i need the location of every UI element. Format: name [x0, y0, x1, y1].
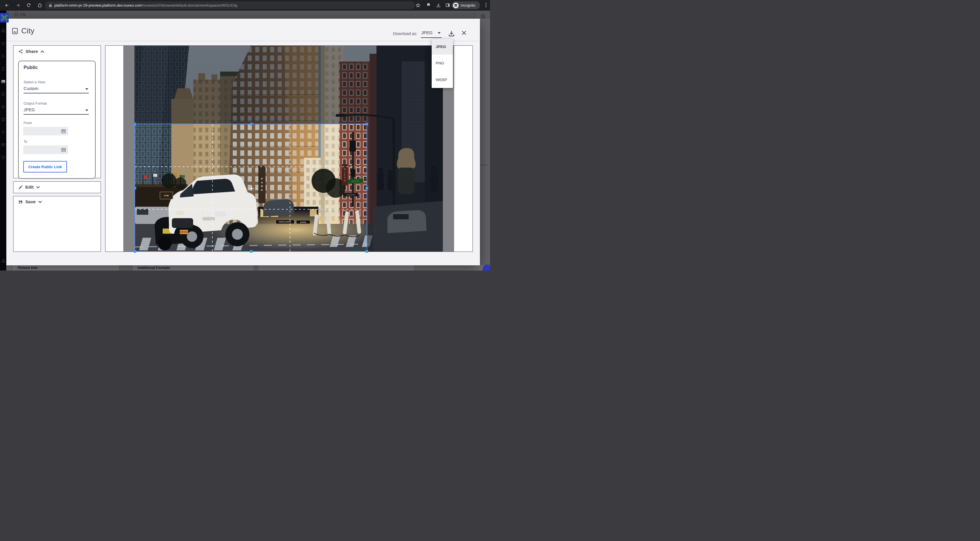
profile-person-icon[interactable] [1, 130, 5, 134]
share-header-label: Share [25, 49, 38, 54]
rule-of-thirds-line [290, 124, 290, 251]
lock-icon [49, 3, 52, 7]
incognito-label: Incognito [461, 3, 475, 8]
search-icon-sidebar[interactable] [1, 54, 5, 58]
select-view-value: Custom [24, 86, 38, 91]
recent-history-icon[interactable] [1, 41, 5, 46]
save-panel: Save [13, 196, 101, 252]
downloads-icon[interactable] [435, 2, 442, 9]
download-format-select[interactable]: JPEG [421, 30, 442, 38]
save-header-label: Save [25, 199, 36, 204]
output-format-label: Output Format [24, 102, 47, 105]
back-icon[interactable] [3, 2, 10, 9]
chevron-down-icon [438, 32, 441, 34]
search-icon-page [480, 14, 486, 21]
close-button[interactable] [461, 30, 467, 37]
url-text: platform-nmm-pr-29-preview.platform.dev.… [54, 3, 237, 8]
page-bottom-dimmed: Picture Info Additional Formats [6, 265, 490, 270]
tasks-hourglass-icon[interactable] [1, 67, 5, 71]
to-label: To [24, 140, 27, 144]
chevron-up-icon [41, 50, 44, 53]
image-title-icon [12, 28, 19, 34]
bookmark-star-icon[interactable] [414, 2, 421, 9]
crop-handle-n[interactable] [250, 123, 253, 125]
user-settings-gear-icon[interactable] [1, 270, 5, 270]
download-button[interactable] [448, 30, 455, 38]
output-format-dropdown[interactable]: JPEG [24, 107, 89, 115]
preview-modal: City Download as: JPEG JPEG PNG WEBP [6, 19, 480, 265]
edit-panel: Edit [13, 181, 101, 193]
chevron-down-icon [38, 200, 42, 203]
incognito-icon [453, 3, 459, 8]
modal-title: City [21, 27, 35, 35]
dimmed-field-underline [480, 165, 487, 165]
document-icon [14, 13, 18, 16]
breadcrumb: City [14, 12, 26, 16]
reload-icon[interactable] [25, 2, 32, 9]
home-icon[interactable] [36, 2, 43, 9]
modal-title-row: City [12, 27, 35, 35]
save-floppy-icon [18, 200, 23, 204]
app-sidebar [0, 11, 6, 270]
trash-icon-sidebar[interactable] [1, 155, 5, 159]
rule-of-thirds-line [212, 124, 213, 251]
browser-menu-kebab-icon[interactable] [482, 2, 489, 9]
save-section-header[interactable]: Save [14, 196, 100, 204]
menu-item-jpeg[interactable]: JPEG [432, 39, 453, 55]
crop-handle-sw[interactable] [134, 250, 136, 253]
output-format-value: JPEG [24, 107, 35, 112]
calendar-icon[interactable] [61, 148, 66, 153]
crop-handle-nw[interactable] [134, 123, 136, 125]
crop-handle-s[interactable] [250, 250, 253, 253]
extensions-puzzle-icon[interactable] [425, 2, 432, 9]
crop-selection-box[interactable] [135, 124, 367, 252]
additional-formats-heading: Additional Formats [137, 266, 170, 270]
forward-icon[interactable] [14, 2, 21, 9]
browser-toolbar: platform-nmm-pr-29-preview.platform.dev.… [0, 0, 490, 11]
chevron-down-icon [85, 110, 88, 111]
download-as-row: Download as: JPEG [393, 30, 467, 38]
rule-of-thirds-line [135, 209, 367, 210]
assets-image-icon[interactable] [1, 80, 5, 84]
download-format-menu: JPEG PNG WEBP [432, 39, 453, 88]
menu-item-png[interactable]: PNG [432, 55, 453, 71]
create-public-link-button[interactable]: Create Public Link [23, 161, 67, 172]
incognito-badge: Incognito [452, 2, 480, 9]
select-view-label: Select a View [24, 80, 45, 84]
calendar-icon[interactable] [61, 129, 66, 135]
checklist-doc-icon[interactable] [1, 92, 5, 96]
from-label: From [24, 121, 32, 125]
picture-info-heading: Picture Info [18, 266, 38, 270]
nuxeo-logo[interactable] [0, 13, 9, 22]
edit-section-header[interactable]: Edit [14, 182, 100, 190]
download-format-value: JPEG [421, 30, 433, 35]
crop-handle-ne[interactable] [366, 123, 368, 125]
share-section-header[interactable]: Share [14, 46, 100, 54]
id-card-icon[interactable] [1, 143, 5, 147]
select-view-dropdown[interactable]: Custom [24, 86, 89, 94]
share-icon [18, 49, 23, 54]
public-title: Public [24, 65, 38, 70]
crop-handle-se[interactable] [366, 250, 368, 253]
crop-center-crosshair [250, 186, 254, 191]
page-header-dimmed: City [0, 11, 490, 19]
pencil-icon [18, 185, 23, 189]
breadcrumb-title: City [20, 12, 26, 16]
address-bar[interactable]: platform-nmm-pr-29-preview.platform.dev.… [45, 2, 415, 9]
browse-tree-icon[interactable] [1, 29, 5, 33]
rule-of-thirds-line [135, 166, 367, 167]
modal-header-divider [6, 41, 480, 41]
dimmed-card [259, 265, 414, 270]
page-right-dimmed [480, 11, 490, 270]
crop-handle-e[interactable] [366, 187, 368, 189]
favorites-star-icon[interactable] [1, 105, 5, 109]
share-panel: Share Public Select a View Custom Output… [13, 45, 101, 178]
download-as-label: Download as: [393, 31, 417, 36]
collections-book-icon[interactable] [1, 117, 5, 122]
admin-orgchart-icon[interactable] [1, 258, 5, 263]
chevron-down-icon [36, 186, 40, 189]
crop-handle-w[interactable] [134, 187, 136, 189]
screen: platform-nmm-pr-29-preview.platform.dev.… [0, 0, 490, 270]
menu-item-webp[interactable]: WEBP [432, 71, 453, 88]
side-panel-icon[interactable] [444, 2, 451, 9]
